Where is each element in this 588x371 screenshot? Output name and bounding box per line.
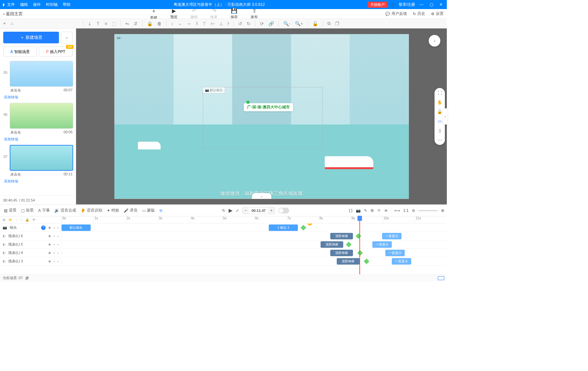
new-scene-button[interactable]: ＋ 新建场景 bbox=[3, 32, 59, 43]
lock2-icon[interactable]: 🔒 bbox=[25, 218, 29, 222]
panel-handle[interactable]: ‹ bbox=[443, 108, 447, 125]
filter-icon[interactable]: ⩔ bbox=[377, 208, 381, 213]
tlbar-语音识别[interactable]: 👂语音识别 bbox=[79, 207, 104, 214]
track-body[interactable]: 顶部伸展一直显示 bbox=[62, 232, 447, 240]
rotate-right-icon[interactable]: ↻ bbox=[247, 21, 251, 26]
settings2-icon[interactable]: ⚙ bbox=[370, 208, 374, 213]
add-transition[interactable]: 添加转场 bbox=[3, 94, 73, 102]
edit-icon[interactable]: ✎ bbox=[364, 208, 367, 213]
align-middle-icon[interactable]: ≡ bbox=[105, 21, 107, 26]
link-icon[interactable]: 🔗 bbox=[268, 21, 274, 26]
tlbar-特效[interactable]: ✦特效 bbox=[106, 207, 120, 214]
tlbar-前景[interactable]: ▢前景 bbox=[20, 207, 35, 214]
clip[interactable]: 1 镜头 1 bbox=[269, 224, 298, 231]
mobile-view-icon[interactable]: ▯ bbox=[439, 128, 441, 133]
track-body[interactable]: 默认镜头1 镜头 1V bbox=[62, 224, 447, 232]
valign-bottom-icon[interactable]: ⊥ bbox=[219, 21, 223, 26]
mini-view[interactable] bbox=[438, 276, 444, 280]
canvas-area[interactable]: 📷 1 📷 默认镜头 广-深-港-澳四大中心城市 做优做强，辐射带动泛珠三角区域… bbox=[76, 28, 447, 204]
canvas-frame[interactable]: 📷 1 📷 默认镜头 广-深-港-澳四大中心城市 做优做强，辐射带动泛珠三角区域… bbox=[114, 34, 409, 199]
scene-thumb-06[interactable] bbox=[10, 103, 73, 129]
rotate-icon[interactable]: ⟳ bbox=[260, 21, 264, 26]
back-home[interactable]: ‹ 返回主页 bbox=[3, 11, 23, 17]
clip[interactable]: 一直显示 bbox=[372, 241, 392, 248]
clip[interactable]: 默认镜头 bbox=[62, 224, 91, 231]
align-center-icon[interactable]: ⫠ bbox=[178, 21, 182, 26]
align-top-icon[interactable]: ⤒ bbox=[96, 21, 100, 26]
add-keyframe[interactable] bbox=[345, 241, 352, 248]
folder-icon[interactable]: 📁 bbox=[8, 218, 12, 222]
add-keyframe[interactable] bbox=[357, 250, 363, 256]
lock-view-icon[interactable]: 🔓 bbox=[312, 21, 318, 26]
align-bottom-icon[interactable]: ⤓ bbox=[88, 21, 92, 26]
menu-edit[interactable]: 编辑 bbox=[20, 2, 28, 7]
music-button[interactable]: ♪ bbox=[61, 32, 73, 43]
menu-file[interactable]: 文件 bbox=[7, 2, 15, 7]
flip-h-icon[interactable]: ⇋ bbox=[125, 21, 129, 26]
dot-icon[interactable]: • bbox=[53, 234, 55, 238]
eye-icon[interactable]: 👁 bbox=[32, 218, 36, 222]
keyframe-icon[interactable]: ◆ bbox=[48, 234, 51, 238]
clip[interactable]: 一直显示 bbox=[385, 250, 405, 256]
paste-icon[interactable]: ❐ bbox=[335, 21, 339, 26]
tlbar-字幕[interactable]: A字幕 bbox=[37, 207, 51, 214]
track-body[interactable]: 顶部伸展一直显示 bbox=[62, 240, 447, 248]
login-link[interactable]: 登录/注册 bbox=[399, 2, 415, 7]
music-fab[interactable]: ♪ bbox=[429, 35, 440, 47]
distribute-h-icon[interactable]: ⫴ bbox=[196, 21, 198, 26]
fullscreen-icon[interactable]: ⛶ bbox=[438, 91, 442, 95]
clip[interactable]: 顶部伸展 bbox=[330, 250, 353, 256]
time-minus[interactable]: − bbox=[243, 207, 249, 214]
text-bubble[interactable]: 广-深-港-澳四大中心城市 bbox=[244, 103, 293, 111]
zoom-out-icon[interactable]: 🔍- bbox=[283, 21, 290, 26]
insert-ppt-button[interactable]: P 插入PPT VIP bbox=[39, 47, 73, 57]
collapse-toggle[interactable]: ⌄ bbox=[252, 193, 271, 199]
track-body[interactable]: 顶部伸展一直显示 bbox=[62, 249, 447, 257]
maximize-button[interactable]: ▢ bbox=[428, 1, 435, 8]
action-新建[interactable]: ＋新建 bbox=[147, 8, 160, 20]
camera-icon[interactable]: 📷 bbox=[356, 208, 361, 213]
track-label[interactable]: ◐线条(L) 4◆•• bbox=[0, 250, 62, 255]
clip[interactable]: 顶部伸展 bbox=[337, 258, 359, 265]
zoom-in2-icon[interactable]: ⊕ bbox=[441, 208, 444, 213]
more-icon[interactable]: ⋯ bbox=[438, 137, 442, 142]
dot2-icon[interactable]: • bbox=[57, 226, 59, 230]
dot2-icon[interactable]: • bbox=[57, 243, 59, 246]
keyframe-icon[interactable]: ◆ bbox=[48, 259, 51, 263]
align-left-icon[interactable]: ⫞ bbox=[171, 21, 173, 26]
tlbar-蒙版[interactable]: ▭蒙版 bbox=[141, 207, 156, 214]
ruler[interactable]: 0s1s2s3s4s5s6s7s8s9s10s11s bbox=[62, 216, 447, 223]
history-icon[interactable]: ↻ bbox=[222, 208, 225, 213]
zoom-slider[interactable] bbox=[418, 210, 438, 211]
menu-timeline[interactable]: 时间轴 bbox=[46, 2, 58, 7]
action-保存[interactable]: 💾保存 bbox=[228, 8, 241, 20]
dot-icon[interactable]: • bbox=[53, 243, 55, 246]
status-icon[interactable]: 🗐 bbox=[25, 276, 29, 280]
time-plus[interactable]: + bbox=[268, 207, 275, 214]
dot2-icon[interactable]: • bbox=[57, 234, 59, 238]
down-icon[interactable]: ↓ bbox=[16, 218, 17, 222]
help-icon[interactable]: ? bbox=[41, 225, 46, 230]
crop-icon[interactable]: ⟦⟧ bbox=[349, 208, 353, 213]
track-label[interactable]: ◐线条(L) 3◆•• bbox=[0, 259, 62, 264]
close-button[interactable]: ✕ bbox=[438, 1, 444, 8]
action-发布[interactable]: ⇧发布 bbox=[248, 8, 261, 20]
clip[interactable]: 一直显示 bbox=[382, 233, 401, 239]
keyframe-icon[interactable]: ◆ bbox=[48, 251, 51, 255]
zoom-in-icon[interactable]: 🔍+ bbox=[295, 21, 303, 26]
dot-icon[interactable]: • bbox=[53, 251, 55, 255]
scene-list[interactable]: 05未命名00:07添加转场06未命名00:05添加转场07未命名00:11添加… bbox=[0, 60, 76, 195]
clip[interactable]: 顶部伸展 bbox=[330, 233, 353, 239]
flip-v-icon[interactable]: ⇵ bbox=[134, 21, 138, 26]
scene-thumb-07[interactable] bbox=[10, 145, 73, 171]
toggle-switch[interactable] bbox=[278, 208, 289, 213]
menu-help[interactable]: 帮助 bbox=[63, 2, 71, 7]
dot2-icon[interactable]: • bbox=[57, 259, 59, 263]
dot-icon[interactable]: • bbox=[53, 259, 55, 263]
add-keyframe[interactable] bbox=[363, 258, 370, 265]
align-right-icon[interactable]: ⫟ bbox=[187, 21, 191, 26]
track-body[interactable]: 顶部伸展一直显示 bbox=[62, 257, 447, 265]
up-icon[interactable]: ↑ bbox=[20, 218, 22, 222]
action-预览[interactable]: ▶预览 bbox=[167, 8, 180, 20]
unlock-icon[interactable]: 🔓 bbox=[437, 109, 442, 114]
